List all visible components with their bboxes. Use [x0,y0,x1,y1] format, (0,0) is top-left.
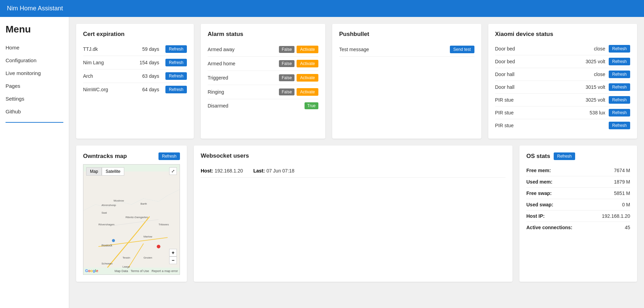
cert-name-3: NimWC.org [83,87,108,92]
xiaomi-refresh-button-4[interactable]: Refresh [609,96,630,104]
xiaomi-val-1: 3025 volt [586,59,605,64]
xiaomi-row-6: PIR stue Refresh [495,119,631,132]
xiaomi-row-4: PIR stue 3025 volt Refresh [495,94,631,106]
map-zoom-in-button[interactable]: + [169,249,177,256]
sidebar-item-home[interactable]: Home [6,41,63,54]
cert-refresh-button-0[interactable]: Refresh [165,45,187,53]
cert-days-3: 64 days [142,87,159,92]
xiaomi-refresh-button-5[interactable]: Refresh [609,109,630,116]
xiaomi-name-6: PIR stue [495,123,605,128]
alarm-badge-2: False [279,74,294,81]
svg-text:Marlow: Marlow [144,235,152,238]
sidebar-item-live-monitoring[interactable]: Live monitoring [6,67,63,80]
xiaomi-refresh-button-1[interactable]: Refresh [609,58,630,65]
pushbullet-name-0: Test message [339,47,369,52]
owntracks-refresh-button[interactable]: Refresh [158,152,180,160]
alarm-badge-1: False [279,60,294,67]
cert-name-1: Nim Lang [83,60,104,65]
xiaomi-refresh-button-2[interactable]: Refresh [609,71,630,78]
websocket-card: Websocket users Host: 192.168.1.20 Last:… [194,146,513,282]
sidebar-item-pages[interactable]: Pages [6,80,63,92]
os-stats-value-5: 45 [625,225,630,230]
os-stats-value-3: 0 M [622,202,630,207]
xiaomi-refresh-button-0[interactable]: Refresh [609,45,630,53]
os-stats-label-3: Used swap: [526,202,553,207]
sidebar-item-settings[interactable]: Settings [6,92,63,105]
cert-row-3: NimWC.org 64 days Refresh [83,83,187,96]
alarm-name-3: Ringing [208,89,224,95]
xiaomi-val-4: 3025 volt [586,97,605,103]
cert-row-2: Arch 63 days Refresh [83,69,187,83]
map-zoom-buttons: + − [169,249,177,264]
xiaomi-name-5: PIR stue [495,110,590,115]
main-layout: Menu Home Configuration Live monitoring … [0,17,644,308]
alarm-activate-button-1[interactable]: Activate [297,60,318,67]
alarm-activate-button-0[interactable]: Activate [297,46,318,53]
alarm-activate-button-3[interactable]: Activate [297,88,318,96]
websocket-info: Host: 192.168.1.20 Last: 07 Jun 07:18 [201,164,506,178]
cert-days-0: 59 days [142,46,159,52]
alarm-row-4: Disarmed True [208,99,318,112]
map-toolbar: Map Satellite [86,167,124,176]
cert-refresh-button-3[interactable]: Refresh [165,86,187,93]
os-stats-card: OS stats Refresh Free mem: 7674 M Used m… [519,146,637,282]
svg-text:Ahrenshoop: Ahrenshoop [101,204,116,207]
cert-expiration-title: Cert expiration [83,31,187,38]
alarm-activate-button-2[interactable]: Activate [297,74,318,82]
map-tab-map[interactable]: Map [86,167,102,176]
cert-days-1: 154 days [139,60,159,65]
svg-text:Barth: Barth [140,202,147,205]
pushbullet-row-0: Test message Send test [339,43,474,57]
cert-row-0: TTJ.dk 59 days Refresh [83,43,187,56]
os-stats-value-2: 5851 M [614,190,630,196]
alarm-status-title: Alarm status [208,31,318,38]
owntracks-header: Owntracks map Refresh [83,152,180,160]
svg-text:Rövershagen: Rövershagen [98,223,114,226]
pushbullet-card: Pushbullet Test message Send test [332,24,481,139]
os-stats-refresh-button[interactable]: Refresh [554,152,575,160]
owntracks-card: Owntracks map Refresh [76,146,187,282]
svg-text:Saal: Saal [101,211,107,214]
xiaomi-val-3: 3015 volt [586,84,605,90]
cert-refresh-button-2[interactable]: Refresh [165,72,187,80]
map-container: Rostock Tessin Marlow Tribsees Schwaan L… [83,164,180,275]
sidebar-title: Menu [6,24,63,35]
os-stats-value-4: 192.168.1.20 [602,213,630,219]
sidebar-item-configuration[interactable]: Configuration [6,54,63,67]
svg-text:Ribnitz-Damgarten: Ribnitz-Damgarten [126,216,148,219]
svg-text:Schwaan: Schwaan [101,262,112,265]
alarm-row-2: Triggered False Activate [208,71,318,85]
os-stats-row-1: Used mem: 1879 M [526,176,630,188]
websocket-host-value: 192.168.1.20 [215,168,243,174]
websocket-host-label: Host: [201,168,213,174]
cert-days-2: 63 days [142,73,159,79]
xiaomi-name-2: Door hall [495,72,594,77]
alarm-status-card: Alarm status Armed away False Activate A… [201,24,325,139]
cert-refresh-button-1[interactable]: Refresh [165,59,187,66]
xiaomi-refresh-button-6[interactable]: Refresh [609,122,630,129]
app-title: Nim Home Assistant [7,5,63,12]
pushbullet-title: Pushbullet [339,31,474,38]
os-stats-row-5: Active connections: 45 [526,222,630,233]
websocket-last-label: Last: [253,168,265,174]
map-svg: Rostock Tessin Marlow Tribsees Schwaan L… [83,165,180,274]
sidebar-nav: Home Configuration Live monitoring Pages… [6,41,63,118]
map-expand-button[interactable]: ⤢ [169,167,177,175]
xiaomi-row-2: Door hall close Refresh [495,68,631,81]
xiaomi-name-0: Door bed [495,46,594,52]
xiaomi-title: Xiaomi device status [495,31,631,38]
card-row-1: Cert expiration TTJ.dk 59 days Refresh N… [76,24,637,139]
xiaomi-refresh-button-3[interactable]: Refresh [609,83,630,91]
sidebar-item-github[interactable]: Github [6,105,63,118]
owntracks-title: Owntracks map [83,153,127,160]
map-zoom-out-button[interactable]: − [169,256,177,264]
cert-name-0: TTJ.dk [83,46,98,52]
os-stats-value-0: 7674 M [614,168,630,173]
pushbullet-sendtest-button[interactable]: Send test [450,46,474,53]
map-tab-satellite[interactable]: Satellite [102,167,124,176]
os-stats-row-2: Free swap: 5851 M [526,188,630,199]
alarm-name-0: Armed away [208,47,235,52]
os-stats-label-1: Used mem: [526,179,552,185]
card-row-2: Owntracks map Refresh [76,146,637,282]
xiaomi-val-2: close [594,72,605,77]
